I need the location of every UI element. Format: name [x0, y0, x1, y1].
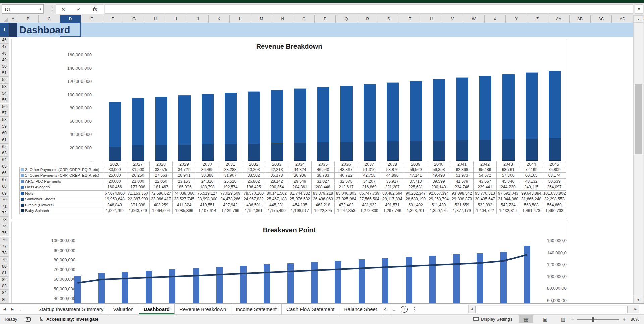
column-header-r[interactable]: R: [357, 15, 378, 23]
row-header-63[interactable]: 63: [0, 150, 9, 157]
column-header-u[interactable]: U: [421, 15, 442, 23]
column-header-v[interactable]: V: [442, 15, 463, 23]
row-header-51[interactable]: 51: [0, 70, 9, 77]
column-header-k[interactable]: K: [209, 15, 230, 23]
row-header-78[interactable]: 78: [0, 250, 9, 257]
column-header-ab[interactable]: AB: [570, 15, 591, 23]
column-header-m[interactable]: M: [251, 15, 272, 23]
scroll-left-icon[interactable]: ◀: [469, 305, 475, 313]
page-layout-view-button[interactable]: ▣: [538, 315, 552, 323]
page-break-view-button[interactable]: ▥: [556, 315, 570, 323]
vertical-scrollbar[interactable]: ▲ ▼: [633, 15, 643, 303]
column-header-h[interactable]: H: [145, 15, 166, 23]
insert-function-button[interactable]: fx: [88, 5, 102, 14]
column-header-o[interactable]: O: [293, 15, 315, 23]
row-header-56[interactable]: 56: [0, 104, 9, 110]
row-header-70[interactable]: 70: [0, 197, 9, 203]
sheet-tab-balance-sheet[interactable]: Balance Sheet: [339, 304, 382, 314]
column-header-y[interactable]: Y: [506, 15, 527, 23]
column-header-p[interactable]: P: [315, 15, 336, 23]
column-header-d[interactable]: D: [60, 15, 81, 23]
row-header-72[interactable]: 72: [0, 210, 9, 217]
column-header-l[interactable]: L: [230, 15, 251, 23]
tabs-overflow-ellipsis[interactable]: ...: [393, 307, 397, 312]
row-header-64[interactable]: 64: [0, 157, 9, 163]
cell-a1-fill[interactable]: [9, 23, 17, 37]
row-header-81[interactable]: 81: [0, 270, 9, 277]
zoom-slider-thumb[interactable]: [592, 317, 594, 322]
vertical-scroll-thumb[interactable]: [635, 84, 642, 154]
zoom-out-button[interactable]: −: [571, 315, 574, 324]
row-header-61[interactable]: 61: [0, 137, 9, 144]
row-header-80[interactable]: 80: [0, 263, 9, 270]
row-header-65[interactable]: 65: [0, 163, 9, 170]
scroll-right-icon[interactable]: ▶: [632, 305, 639, 313]
column-header-t[interactable]: T: [399, 15, 421, 23]
row-header-53[interactable]: 53: [0, 84, 9, 90]
row-header-58[interactable]: 58: [0, 117, 9, 123]
macro-record-icon[interactable]: [26, 317, 31, 322]
column-header-ad[interactable]: AD: [612, 15, 633, 23]
zoom-in-button[interactable]: +: [623, 315, 626, 324]
row-header-55[interactable]: 55: [0, 97, 9, 104]
column-header-g[interactable]: G: [124, 15, 145, 23]
column-header-aa[interactable]: AA: [548, 15, 570, 23]
column-header-q[interactable]: Q: [336, 15, 357, 23]
sheet-tab-startup-investment-summary[interactable]: Startup Investment Summary: [34, 304, 108, 314]
column-header-x[interactable]: X: [485, 15, 506, 23]
tab-nav-ellipsis[interactable]: …: [18, 307, 23, 312]
column-header-a[interactable]: A: [9, 15, 17, 23]
column-header-e[interactable]: E: [81, 15, 102, 23]
column-header-i[interactable]: I: [166, 15, 187, 23]
sheet-tab-cash-flow-statement[interactable]: Cash Flow Statement: [282, 304, 339, 314]
column-header-j[interactable]: J: [187, 15, 208, 23]
scroll-down-icon[interactable]: ▼: [633, 296, 643, 303]
row-header-85[interactable]: 85: [0, 296, 9, 303]
column-header-ac[interactable]: AC: [591, 15, 612, 23]
tab-nav-left-icon[interactable]: ◀: [3, 307, 6, 311]
sheet-tab-valuation[interactable]: Valuation: [108, 304, 139, 314]
column-header-z[interactable]: Z: [527, 15, 548, 23]
enter-button[interactable]: ✓: [71, 5, 86, 14]
tab-bar-more-icon[interactable]: ⋮: [412, 306, 417, 312]
breakeven-point-chart[interactable]: Breakeven Point 100,000,00090,000,00080,…: [11, 222, 567, 303]
sheet-tab-k[interactable]: K: [382, 304, 389, 314]
row-header-77[interactable]: 77: [0, 243, 9, 250]
column-header-w[interactable]: W: [463, 15, 484, 23]
column-header-s[interactable]: S: [378, 15, 399, 23]
row-header-46[interactable]: 46: [0, 37, 9, 44]
zoom-level[interactable]: 80%: [631, 315, 639, 324]
row-header-48[interactable]: 48: [0, 50, 9, 57]
cancel-button[interactable]: ✕: [56, 5, 71, 14]
row-header-84[interactable]: 84: [0, 290, 9, 296]
row-header-67[interactable]: 67: [0, 177, 9, 183]
column-header-n[interactable]: N: [272, 15, 293, 23]
row-header-1[interactable]: 1: [0, 23, 9, 37]
select-all-corner[interactable]: [0, 15, 9, 23]
display-settings-button[interactable]: Display Settings: [481, 315, 512, 324]
row-header-83[interactable]: 83: [0, 283, 9, 290]
column-header-f[interactable]: F: [102, 15, 123, 23]
new-sheet-button[interactable]: +: [401, 306, 408, 313]
row-header-49[interactable]: 49: [0, 57, 9, 64]
row-header-73[interactable]: 73: [0, 217, 9, 223]
row-header-68[interactable]: 68: [0, 183, 9, 190]
tab-nav-right-icon[interactable]: ▶: [11, 307, 13, 311]
row-header-82[interactable]: 82: [0, 277, 9, 283]
row-header-59[interactable]: 59: [0, 123, 9, 130]
column-header-c[interactable]: C: [39, 15, 60, 23]
row-header-66[interactable]: 66: [0, 170, 9, 177]
column-header-b[interactable]: B: [17, 15, 39, 23]
row-header-47[interactable]: 47: [0, 44, 9, 50]
row-header-76[interactable]: 76: [0, 237, 9, 244]
sheet-tab-income-statement[interactable]: Income Statement: [231, 304, 282, 314]
row-header-69[interactable]: 69: [0, 190, 9, 197]
sheet-tab-dashboard[interactable]: Dashboard: [139, 304, 175, 314]
row-header-74[interactable]: 74: [0, 223, 9, 230]
revenue-breakdown-chart[interactable]: Revenue Breakdown 160,000,000140,000,000…: [11, 39, 567, 219]
row-header-54[interactable]: 54: [0, 90, 9, 97]
scroll-up-icon[interactable]: ▲: [633, 15, 643, 23]
name-box-dropdown-icon[interactable]: ▾: [38, 4, 43, 14]
normal-view-button[interactable]: ▦: [519, 315, 533, 323]
row-header-62[interactable]: 62: [0, 144, 9, 150]
